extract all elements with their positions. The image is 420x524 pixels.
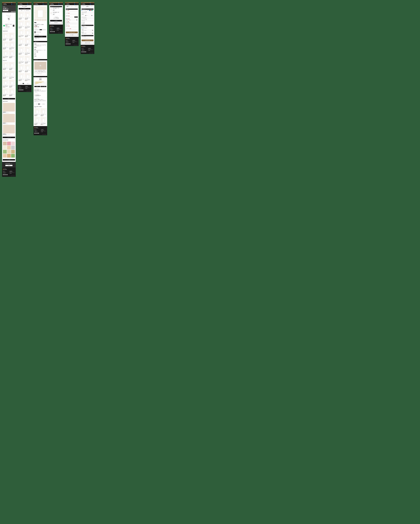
product-card[interactable]: ホエイプロテイン バニラ味 【200g】¥3,000 (税込)★★★★★: [3, 33, 9, 41]
favorite-link[interactable]: ♡ お気に入り登録する: [34, 38, 46, 38]
product-card[interactable]: ホエイプロテイン ミルク味 【200g】¥3,000 (税込)★★★★★: [9, 88, 15, 97]
to-confirm-button[interactable]: 入力内容の確認へ進む: [81, 40, 94, 41]
gallery-thumbs[interactable]: [34, 18, 47, 21]
delivery-date-select[interactable]: 選択してください: [81, 30, 94, 31]
cc-cvc-input[interactable]: [81, 17, 94, 19]
size-chip[interactable]: S: [34, 32, 36, 33]
perpage-select[interactable]: 表示件数（12件）: [25, 10, 31, 11]
product-card[interactable]: ホエイプロテイン バニラ味 【200g】¥3,000 (税込)★★★★★: [19, 38, 24, 46]
carousel-dots[interactable]: ● ○ ○ ○: [2, 12, 16, 14]
menu-icon[interactable]: ☰: [14, 4, 15, 5]
product-card[interactable]: ホエイプロテイン メロン味 【200g】¥3,000 (税込)★★★★★: [25, 56, 31, 64]
howto-video[interactable]: ▶: [34, 62, 46, 70]
all-items-button[interactable]: 商品一覧: [3, 98, 15, 99]
footer-link[interactable]: ご利用ガイド: [50, 30, 56, 31]
zip-search-button[interactable]: 郵便番号検索: [74, 16, 78, 18]
product-gallery[interactable]: ‹ ›: [34, 7, 46, 18]
footer-link[interactable]: 商品一覧: [81, 48, 87, 49]
footer-link[interactable]: お買い得セット: [34, 131, 40, 131]
footer-link[interactable]: 会社概要: [25, 88, 31, 89]
add-to-cart-button[interactable]: 🛒 カートに入れる: [34, 36, 46, 37]
footer-link[interactable]: ご利用ガイド: [66, 42, 71, 43]
write-review-button[interactable]: ✎ レビューを書く: [41, 86, 46, 87]
product-card[interactable]: ホエイプロテイン ブルーベリー味 【200g】¥3,000 (税込)★★★★★: [25, 73, 31, 81]
product-card[interactable]: ホエイプロテイン バナナ味 【200g】¥3,000 (税込)★★★★★: [19, 21, 24, 29]
page-prev[interactable]: <: [20, 83, 21, 84]
continue-shopping-button[interactable]: 買い物を続ける: [50, 22, 62, 24]
footer-link[interactable]: お買い得セット: [50, 29, 56, 30]
footer-link[interactable]: プロテイン: [81, 49, 87, 49]
flavor-chip[interactable]: バナナ: [40, 29, 42, 30]
cc-year-select[interactable]: [81, 15, 87, 16]
checkout-button[interactable]: 購入に進む: [50, 20, 62, 21]
gallery-prev[interactable]: ‹: [35, 12, 35, 13]
footer-link[interactable]: お客様情報: [9, 171, 15, 171]
footer-link[interactable]: プライバシーポリシー: [9, 172, 15, 173]
pay-bank-radio[interactable]: 銀行振込: [81, 23, 94, 24]
footer-link[interactable]: 商品一覧: [66, 40, 71, 41]
qty-minus[interactable]: -: [34, 34, 35, 35]
social-icons[interactable]: [3, 174, 15, 175]
newsletter-button[interactable]: 新着情報: [5, 165, 12, 166]
size-chip[interactable]: LL: [39, 32, 41, 33]
footer-link[interactable]: プライバシーポリシー: [25, 87, 31, 88]
breadcrumb[interactable]: トップ ＞ 商品一覧 ＞ 商品詳細: [34, 5, 47, 7]
product-card[interactable]: ホエイプロテイン バナナ味 【200g】¥3,000 (税込)★★★★★: [3, 42, 9, 50]
product-card[interactable]: ホエイプロテイン バニラ味 【200g】¥3,000 (税込)★★★★★: [19, 12, 24, 20]
footer-link[interactable]: 特定商取引法: [88, 49, 94, 49]
footer-link[interactable]: プロテイン: [34, 130, 40, 131]
to-payment-button[interactable]: 支払い情報の入力へ進む: [66, 32, 78, 33]
hero-cta-button[interactable]: 詳細はこちら: [3, 10, 8, 11]
product-card[interactable]: ホエイプロテイン メロン味 【200g】¥3,000 (税込)★★★★★: [25, 29, 31, 37]
product-card[interactable]: ホエイプロテイン バニラ味 【200g】¥3,000 (税込)★★★★★: [3, 88, 9, 97]
date-set-radio[interactable]: お届け日を指定する: [81, 27, 94, 28]
size-chip[interactable]: L: [38, 32, 39, 33]
email-input[interactable]: [66, 29, 78, 30]
pref-select[interactable]: 選択してください: [66, 19, 78, 21]
page-next[interactable]: >: [28, 83, 29, 84]
product-card[interactable]: ホエイプロテイン バナナ味 【200g】¥3,000 (税込)★★★★★: [19, 47, 24, 55]
footer-link[interactable]: 商品一覧: [3, 171, 8, 171]
magazine-card[interactable]: CATEGORY 2022.01プロテインスムージー: [3, 114, 15, 124]
tel-input[interactable]: [66, 26, 78, 27]
qty-input[interactable]: [36, 34, 37, 35]
kana-input[interactable]: [66, 14, 78, 15]
footer-link[interactable]: 特定商取引法: [41, 130, 46, 131]
size-chip[interactable]: M: [36, 32, 37, 33]
gallery-next[interactable]: ›: [46, 12, 46, 13]
footer-link[interactable]: プライバシーポリシー: [41, 131, 46, 131]
footer-link[interactable]: ご利用ガイド: [19, 88, 24, 89]
footer-link[interactable]: お買い得セット: [19, 87, 24, 88]
product-card[interactable]: ホエイプロテイン ミルク味 【200g】¥3,000 (税込)★★★★★: [9, 62, 15, 70]
product-card[interactable]: ホエイプロテイン メロン味 【200g】¥3,000 (税込)★★★★★: [9, 50, 15, 59]
sort-select[interactable]: 在庫順: [19, 10, 25, 11]
footer-link[interactable]: 特定商取引法: [9, 171, 15, 172]
brand-logo[interactable]: TOKYO PROTEIN: [3, 3, 7, 5]
product-card[interactable]: ホエイプロテイン バニラ味 【200g】¥3,000 (税込)★★★★★: [19, 64, 24, 73]
magazine-card[interactable]: CATEGORY 2022.01美容・栄養機能レシピブログ: [3, 125, 15, 135]
footer-link[interactable]: 特定商取引法: [57, 28, 62, 29]
delivery-time-select[interactable]: 選択してください: [81, 33, 94, 34]
instagram-grid[interactable]: [3, 142, 15, 158]
product-card[interactable]: ホエイプロテイン ミルク味 【200g】¥3,000 (税込)★★★★★: [41, 108, 46, 116]
footer-link[interactable]: お買い得セット: [81, 49, 87, 50]
product-card[interactable]: ホエイプロテイン ブルーベリー味 【200g】¥3,000 (税込)★★★★★: [3, 50, 9, 59]
footer-link[interactable]: プライバシーポリシー: [57, 29, 62, 30]
product-card[interactable]: ホエイプロテイン ブルーベリー味 【200g】¥3,000 (税込)★★★★★: [3, 80, 9, 88]
user-icon[interactable]: 👤: [11, 4, 12, 5]
footer-link[interactable]: 会社概要: [9, 173, 15, 174]
product-card[interactable]: ホエイプロテイン ブルーベリー味 【200g】¥3,000 (税込)★★★★★: [25, 21, 31, 29]
product-card[interactable]: ホエイプロテイン ミルク味 【200g】¥3,000 (税込)★★★★★: [25, 38, 31, 46]
cc-month-select[interactable]: [88, 15, 93, 16]
footer-link[interactable]: 特定商取引法: [72, 41, 78, 41]
footer-link[interactable]: ご利用ガイド: [81, 50, 87, 51]
pay-cc-radio[interactable]: クレジットカード・VISA: [81, 10, 94, 11]
zip-input[interactable]: [66, 17, 74, 18]
pay-cod-radio[interactable]: 代金引換: [81, 22, 94, 23]
product-card[interactable]: ホエイプロテイン ブルーベリー味 【200g】¥3,000 (税込)★★★★★: [9, 71, 15, 79]
footer-link[interactable]: 商品一覧: [19, 86, 24, 87]
product-card[interactable]: ホエイプロテイン ミルク味 【200g】¥3,000 (税込)★★★★★: [25, 12, 31, 20]
product-card[interactable]: ホエイプロテイン ブルーベリー味 【200g】¥3,000 (税込)★★★★★: [9, 42, 15, 50]
footer-link[interactable]: お客様情報: [25, 86, 31, 87]
product-card[interactable]: ホエイプロテイン バニラ味 【200g】¥3,000 (税込)★★★★★: [34, 108, 40, 116]
